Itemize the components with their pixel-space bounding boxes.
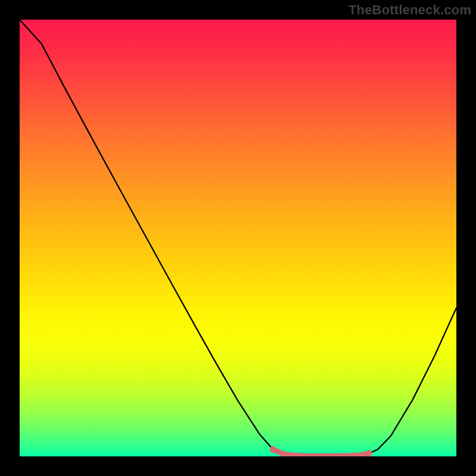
marker-dot-right <box>366 450 372 456</box>
plot-area <box>20 20 456 456</box>
chart-svg <box>20 20 456 456</box>
marker-dot-left <box>270 446 276 453</box>
bottleneck-curve <box>20 20 456 456</box>
bottom-flat-marker <box>273 449 369 456</box>
chart-frame: TheBottleneck.com <box>0 0 476 476</box>
watermark-text: TheBottleneck.com <box>349 2 471 18</box>
